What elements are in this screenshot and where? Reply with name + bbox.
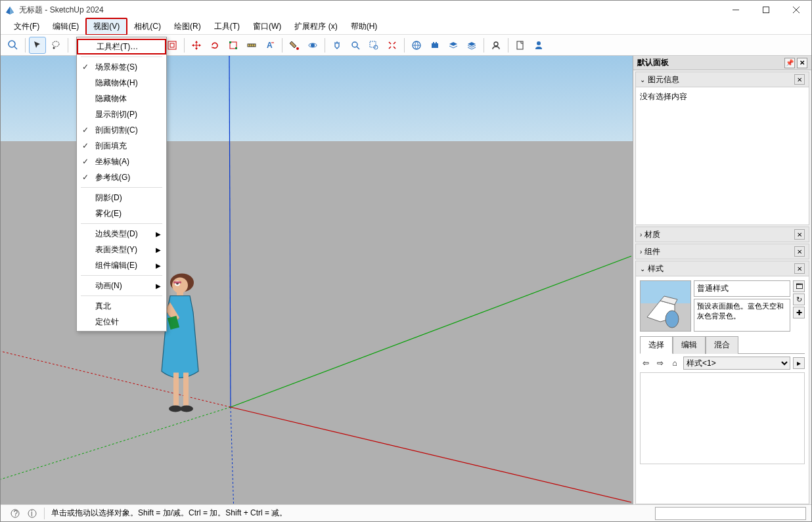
tray-pin-icon[interactable]: 📌 bbox=[784, 58, 795, 68]
tray-close-icon[interactable]: ✕ bbox=[797, 58, 807, 68]
new-icon[interactable] bbox=[512, 37, 529, 54]
dd-hidden-objects[interactable]: 隐藏物体(H) bbox=[77, 75, 166, 91]
menu-edit[interactable]: 编辑(E) bbox=[46, 19, 85, 34]
menu-camera[interactable]: 相机(C) bbox=[127, 19, 168, 34]
svg-line-39 bbox=[229, 56, 231, 407]
dd-section-fill[interactable]: ✓剖面填充 bbox=[77, 138, 166, 154]
style-thumbnail[interactable] bbox=[640, 280, 691, 332]
svg-point-25 bbox=[296, 47, 299, 50]
nav-fwd-icon[interactable]: ⇨ bbox=[654, 357, 666, 369]
warehouse-icon[interactable] bbox=[408, 37, 425, 54]
lasso-tool-icon[interactable] bbox=[47, 37, 64, 54]
dd-shadows[interactable]: 阴影(D) bbox=[77, 190, 166, 206]
home-icon[interactable]: ⌂ bbox=[669, 357, 681, 369]
svg-line-5 bbox=[14, 47, 17, 49]
svg-line-42 bbox=[1, 407, 231, 479]
close-icon[interactable]: ✕ bbox=[794, 246, 805, 257]
info-icon[interactable]: i bbox=[27, 508, 37, 519]
move-tool-icon[interactable] bbox=[188, 37, 205, 54]
style-name-input[interactable]: 普通样式 bbox=[694, 280, 790, 297]
pan-icon[interactable] bbox=[328, 37, 346, 54]
view-dropdown: 工具栏(T)… ✓场景标签(S) 隐藏物体(H) 隐藏物体 显示剖切(P) ✓剖… bbox=[76, 37, 167, 332]
svg-rect-12 bbox=[168, 41, 176, 49]
text-icon[interactable]: A bbox=[261, 37, 279, 54]
components-header[interactable]: › 组件 ✕ bbox=[635, 244, 809, 259]
styles-header[interactable]: ⌄ 样式 ✕ bbox=[635, 261, 809, 276]
zoom-icon[interactable] bbox=[347, 37, 364, 54]
menu-help[interactable]: 帮助(H) bbox=[344, 19, 384, 34]
svg-rect-18 bbox=[235, 47, 237, 49]
svg-point-38 bbox=[537, 41, 541, 45]
materials-header[interactable]: › 材质 ✕ bbox=[635, 227, 809, 242]
svg-point-46 bbox=[172, 278, 188, 294]
style-collection-select[interactable]: 样式<1> bbox=[683, 357, 790, 370]
dd-component-edit[interactable]: 组件编辑(E)▶ bbox=[77, 257, 166, 273]
tray-title: 默认面板 bbox=[637, 57, 669, 68]
close-icon[interactable]: ✕ bbox=[794, 263, 805, 274]
user-icon[interactable] bbox=[487, 37, 505, 54]
menu-view[interactable]: 视图(V) bbox=[85, 18, 127, 35]
tab-mix[interactable]: 混合 bbox=[706, 336, 738, 354]
dd-show-section[interactable]: 显示剖切(P) bbox=[77, 106, 166, 122]
magnifier-icon[interactable] bbox=[5, 37, 22, 54]
chevron-right-icon: › bbox=[640, 231, 642, 238]
dd-true-north[interactable]: 真北 bbox=[77, 298, 166, 314]
chevron-down-icon: ⌄ bbox=[640, 265, 645, 272]
orbit-icon[interactable] bbox=[304, 37, 321, 54]
default-tray: 默认面板 📌 ✕ ⌄ 图元信息 ✕ 没有选择内容 › 材质 ✕ › 组件 ✕ bbox=[633, 56, 811, 504]
dd-axes[interactable]: ✓坐标轴(A) bbox=[77, 154, 166, 169]
dd-face-style[interactable]: 表面类型(Y)▶ bbox=[77, 242, 166, 257]
select-tool-icon[interactable] bbox=[29, 37, 46, 54]
layers-icon[interactable] bbox=[445, 37, 462, 54]
close-button[interactable] bbox=[781, 1, 811, 19]
style-new-icon[interactable]: ✚ bbox=[793, 307, 805, 318]
style-thumbnails-area[interactable] bbox=[640, 372, 805, 464]
dd-section-cuts[interactable]: ✓剖面切割(C) bbox=[77, 122, 166, 138]
no-selection-text: 没有选择内容 bbox=[640, 92, 687, 101]
statusbar: ? i 单击或拖动以选择对象。Shift = 加/减。Ctrl = 加。Shif… bbox=[1, 504, 811, 521]
menu-file[interactable]: 文件(F) bbox=[7, 19, 46, 34]
style-refresh-icon[interactable]: ↻ bbox=[793, 294, 805, 305]
tape-icon[interactable] bbox=[243, 37, 260, 54]
svg-point-4 bbox=[9, 41, 15, 47]
style-display-icon[interactable]: 🗔 bbox=[793, 280, 805, 292]
menu-draw[interactable]: 绘图(R) bbox=[168, 19, 208, 34]
paint-icon[interactable] bbox=[286, 37, 303, 54]
zoom-window-icon[interactable] bbox=[365, 37, 382, 54]
dd-toolbars[interactable]: 工具栏(T)… bbox=[77, 39, 166, 54]
dd-hidden-objects2[interactable]: 隐藏物体 bbox=[77, 91, 166, 106]
style-desc-text: 预设表面颜色。蓝色天空和灰色背景色。 bbox=[694, 299, 790, 332]
close-icon[interactable]: ✕ bbox=[794, 229, 805, 240]
help-icon[interactable]: ? bbox=[10, 508, 20, 519]
svg-line-43 bbox=[231, 407, 631, 502]
dd-scene-tabs[interactable]: ✓场景标签(S) bbox=[77, 59, 166, 75]
entity-info-header[interactable]: ⌄ 图元信息 ✕ bbox=[635, 72, 809, 87]
close-icon[interactable]: ✕ bbox=[794, 74, 805, 85]
svg-point-26 bbox=[311, 43, 315, 47]
menubar: 文件(F) 编辑(E) 视图(V) 相机(C) 绘图(R) 工具(T) 窗口(W… bbox=[1, 19, 811, 35]
minimize-button[interactable] bbox=[721, 1, 751, 19]
menu-window[interactable]: 窗口(W) bbox=[246, 19, 288, 34]
scale-tool-icon[interactable] bbox=[225, 37, 242, 54]
rotate-tool-icon[interactable] bbox=[206, 37, 223, 54]
nav-back-icon[interactable]: ⇦ bbox=[640, 357, 652, 369]
tab-edit[interactable]: 编辑 bbox=[673, 336, 706, 354]
vcb-input[interactable] bbox=[655, 507, 806, 520]
maximize-button[interactable] bbox=[751, 1, 781, 19]
dd-edge-style[interactable]: 边线类型(D)▶ bbox=[77, 226, 166, 242]
zoom-extents-icon[interactable] bbox=[384, 37, 401, 54]
detail-icon[interactable]: ▸ bbox=[793, 357, 805, 369]
dd-guides[interactable]: ✓参考线(G) bbox=[77, 169, 166, 185]
chevron-down-icon: ⌄ bbox=[640, 76, 645, 83]
window-title: 无标题 - SketchUp 2024 bbox=[19, 5, 721, 16]
dd-fog[interactable]: 雾化(E) bbox=[77, 206, 166, 221]
menu-extensions[interactable]: 扩展程序 (x) bbox=[288, 19, 344, 34]
layers2-icon[interactable] bbox=[463, 37, 480, 54]
tab-select[interactable]: 选择 bbox=[640, 336, 673, 354]
menu-tools[interactable]: 工具(T) bbox=[208, 19, 246, 34]
profile-icon[interactable] bbox=[530, 37, 547, 54]
dd-animation[interactable]: 动画(N)▶ bbox=[77, 278, 166, 294]
app-icon bbox=[5, 5, 15, 15]
dd-anchor[interactable]: 定位针 bbox=[77, 314, 166, 330]
extension-icon[interactable] bbox=[426, 37, 443, 54]
